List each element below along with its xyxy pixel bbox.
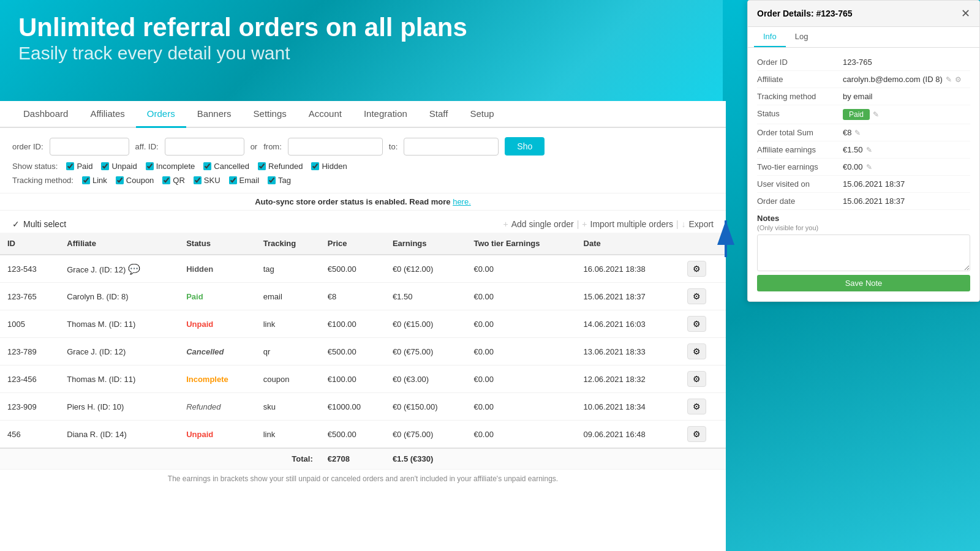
show-button[interactable]: Sho bbox=[505, 137, 545, 156]
cell-price: €1000.00 bbox=[320, 393, 385, 421]
cell-two-tier: €0.00 bbox=[466, 338, 576, 365]
row-settings-button[interactable]: ⚙ bbox=[687, 343, 706, 359]
cell-earnings: €0 (€75.00) bbox=[385, 421, 467, 449]
table-row: 123-765 Carolyn B. (ID: 8) Paid email €8… bbox=[0, 283, 726, 310]
tracking-tag-checkbox[interactable]: Tag bbox=[268, 176, 291, 185]
tab-setup[interactable]: Setup bbox=[459, 101, 505, 128]
notes-textarea[interactable] bbox=[757, 234, 970, 271]
cell-price: €100.00 bbox=[320, 365, 385, 393]
cell-affiliate: Grace J. (ID: 12) bbox=[59, 338, 179, 365]
tab-settings[interactable]: Settings bbox=[243, 101, 298, 128]
order-total-label: Order total Sum bbox=[757, 128, 843, 137]
panel-close-button[interactable]: ✕ bbox=[961, 7, 970, 20]
nav-tabs: Dashboard Affiliates Orders Banners Sett… bbox=[0, 101, 726, 128]
cell-tracking: link bbox=[256, 421, 320, 449]
row-settings-button[interactable]: ⚙ bbox=[687, 399, 706, 414]
cell-earnings: €0 (€12.00) bbox=[385, 255, 467, 283]
cell-id: 123-789 bbox=[0, 338, 59, 365]
tab-account[interactable]: Account bbox=[298, 101, 353, 128]
cell-tracking: sku bbox=[256, 393, 320, 421]
hero-title: Unlimited referral orders on all plans bbox=[18, 12, 467, 43]
tracking-sku-checkbox[interactable]: SKU bbox=[194, 176, 221, 185]
panel-row-tracking: Tracking method by email bbox=[757, 88, 970, 105]
cell-tracking: link bbox=[256, 310, 320, 338]
notes-sublabel: (Only visible for you) bbox=[757, 224, 818, 231]
tracking-filter-label: Tracking method: bbox=[12, 176, 74, 185]
cell-status: Paid bbox=[179, 283, 256, 310]
cell-status: Cancelled bbox=[179, 338, 256, 365]
panel-body: Order ID 123-765 Affiliate carolyn.b@dem… bbox=[748, 48, 979, 301]
status-badge: Paid bbox=[843, 109, 870, 120]
multi-select-icon: ✓ bbox=[12, 219, 20, 229]
tracking-filter-row: Tracking method: Link Coupon QR SKU Emai… bbox=[12, 176, 714, 185]
import-multiple-orders-link[interactable]: Import multiple orders bbox=[590, 219, 673, 229]
table-row: 1005 Thomas M. (ID: 11) Unpaid link €100… bbox=[0, 310, 726, 338]
tab-orders[interactable]: Orders bbox=[136, 101, 186, 128]
row-settings-button[interactable]: ⚙ bbox=[687, 371, 706, 387]
cell-two-tier: €0.00 bbox=[466, 421, 576, 449]
hero-section: Unlimited referral orders on all plans E… bbox=[18, 12, 467, 64]
affiliate-earnings-label: Affiliate earnings bbox=[757, 145, 843, 154]
affiliate-settings-icon[interactable]: ⚙ bbox=[955, 75, 962, 84]
cell-status: Refunded bbox=[179, 393, 256, 421]
aff-id-label: aff. ID: bbox=[135, 142, 159, 151]
order-total-edit-icon[interactable]: ✎ bbox=[854, 129, 861, 137]
two-tier-edit-icon[interactable]: ✎ bbox=[866, 163, 872, 171]
table-header-row: ID Affiliate Status Tracking Price Earni… bbox=[0, 233, 726, 255]
total-two-tier bbox=[466, 448, 576, 470]
from-date-input[interactable]: 01.06.2021 bbox=[288, 138, 383, 156]
row-settings-button[interactable]: ⚙ bbox=[687, 288, 706, 304]
status-refunded-checkbox[interactable]: Refunded bbox=[258, 162, 303, 171]
status-unpaid-checkbox[interactable]: Unpaid bbox=[101, 162, 137, 171]
tracking-coupon-checkbox[interactable]: Coupon bbox=[116, 176, 154, 185]
cell-actions: ⚙ bbox=[680, 421, 726, 449]
col-status: Status bbox=[179, 233, 256, 255]
save-note-button[interactable]: Save Note bbox=[757, 275, 970, 291]
panel-row-two-tier: Two-tier earnings €0.00 ✎ bbox=[757, 159, 970, 176]
cell-earnings: €0 (€75.00) bbox=[385, 338, 467, 365]
row-settings-button[interactable]: ⚙ bbox=[687, 426, 706, 442]
tab-affiliates[interactable]: Affiliates bbox=[79, 101, 135, 128]
row-settings-button[interactable]: ⚙ bbox=[687, 316, 706, 332]
status-incomplete-checkbox[interactable]: Incomplete bbox=[146, 162, 195, 171]
tracking-email-checkbox[interactable]: Email bbox=[229, 176, 260, 185]
cell-affiliate: Thomas M. (ID: 11) bbox=[59, 310, 179, 338]
order-id-label: order ID: bbox=[12, 142, 43, 151]
total-earnings: €1.5 (€330) bbox=[385, 448, 467, 470]
cell-earnings: €0 (€3.00) bbox=[385, 365, 467, 393]
tab-dashboard[interactable]: Dashboard bbox=[12, 101, 79, 128]
order-total-value: €8 ✎ bbox=[843, 128, 970, 137]
cell-date: 14.06.2021 16:03 bbox=[576, 310, 680, 338]
panel-tabs: Info Log bbox=[748, 27, 979, 48]
status-edit-icon[interactable]: ✎ bbox=[873, 110, 879, 119]
cell-earnings: €0 (€150.00) bbox=[385, 393, 467, 421]
panel-row-order-date: Order date 15.06.2021 18:37 bbox=[757, 193, 970, 210]
panel-tab-info[interactable]: Info bbox=[754, 27, 786, 47]
export-link[interactable]: Export bbox=[689, 219, 714, 229]
aff-id-input[interactable] bbox=[165, 138, 244, 156]
cell-actions: ⚙ bbox=[680, 365, 726, 393]
tracking-qr-checkbox[interactable]: QR bbox=[162, 176, 185, 185]
status-hidden-checkbox[interactable]: Hidden bbox=[311, 162, 347, 171]
hero-subtitle: Easily track every detail you want bbox=[18, 43, 467, 64]
table-row: 123-543 Grace J. (ID: 12) 💬 Hidden tag €… bbox=[0, 255, 726, 283]
two-tier-label: Two-tier earnings bbox=[757, 162, 843, 171]
panel-tab-log[interactable]: Log bbox=[786, 27, 818, 47]
tracking-link-checkbox[interactable]: Link bbox=[82, 176, 107, 185]
tab-staff[interactable]: Staff bbox=[418, 101, 459, 128]
multi-select-button[interactable]: ✓ Multi select bbox=[12, 219, 66, 229]
add-single-order-link[interactable]: Add single order bbox=[511, 219, 574, 229]
affiliate-edit-icon[interactable]: ✎ bbox=[946, 75, 952, 84]
cell-status: Unpaid bbox=[179, 310, 256, 338]
tab-integration[interactable]: Integration bbox=[353, 101, 418, 128]
row-settings-button[interactable]: ⚙ bbox=[687, 261, 706, 277]
order-id-input[interactable] bbox=[50, 138, 129, 156]
tab-banners[interactable]: Banners bbox=[186, 101, 243, 128]
status-field-value: Paid ✎ bbox=[843, 109, 970, 120]
status-cancelled-checkbox[interactable]: Cancelled bbox=[203, 162, 249, 171]
notes-label: Notes bbox=[757, 214, 779, 223]
to-date-input[interactable]: 30.06.2021 bbox=[404, 138, 499, 156]
auto-sync-link[interactable]: here. bbox=[453, 197, 471, 206]
affiliate-earnings-edit-icon[interactable]: ✎ bbox=[866, 146, 872, 154]
status-paid-checkbox[interactable]: Paid bbox=[66, 162, 92, 171]
